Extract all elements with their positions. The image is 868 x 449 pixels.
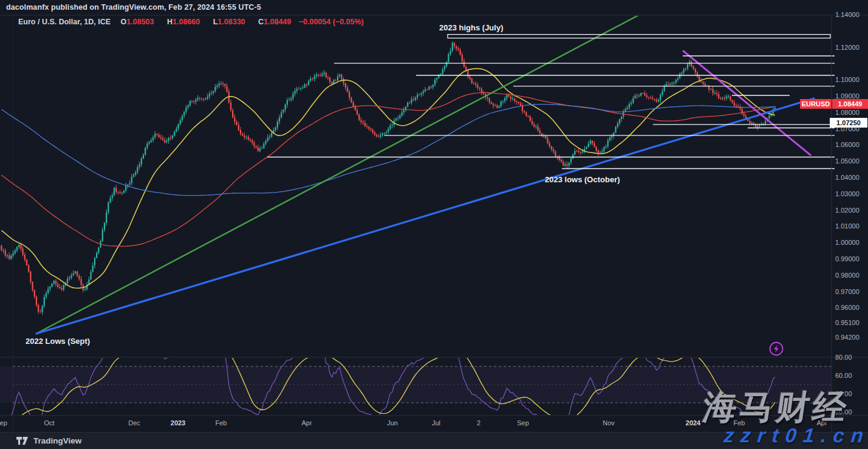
rsi-tick-label: 60.00 bbox=[835, 372, 852, 379]
ohlc-open: O1.08503 bbox=[115, 18, 160, 26]
last-price-badge: 1.08449 bbox=[832, 99, 868, 109]
uptrend-blue-major[interactable] bbox=[36, 98, 814, 334]
symbol-title[interactable]: Euro / U.S. Dollar, 1D, ICE bbox=[18, 18, 111, 26]
time-tick-label: Nov bbox=[603, 419, 615, 427]
ohlc-close: C1.08449 bbox=[253, 18, 296, 26]
watermark-url: zzrt01.cn bbox=[723, 424, 868, 447]
time-tick-label: 2023 bbox=[171, 419, 185, 427]
chart-canvas[interactable] bbox=[0, 0, 868, 449]
price-tick-label: 0.94200 bbox=[835, 334, 859, 341]
price-tick-label: 1.12000 bbox=[835, 44, 859, 51]
tradingview-snapshot: dacolmanfx published on TradingView.com,… bbox=[0, 0, 868, 449]
price-tick-label: 0.98000 bbox=[835, 272, 859, 279]
symbol-badge: EURUSD bbox=[800, 99, 832, 109]
ma-fast-yellow[interactable] bbox=[1, 69, 775, 288]
time-tick-label: Dec bbox=[128, 419, 140, 427]
time-tick-label: Sep bbox=[0, 419, 7, 427]
price-tick-label: 0.99000 bbox=[835, 255, 859, 262]
time-tick-label: Jun bbox=[387, 419, 398, 427]
price-tick-label: 1.04000 bbox=[835, 174, 859, 181]
watermark-cjk: 海马财经 bbox=[700, 385, 852, 430]
ohlc-low: L1.08330 bbox=[208, 18, 251, 26]
time-tick-label: 2024 bbox=[686, 419, 700, 427]
chart-legend: Euro / U.S. Dollar, 1D, ICE O1.08503 H1.… bbox=[18, 18, 369, 26]
price-pane[interactable] bbox=[1, 13, 814, 334]
flash-idea-icon[interactable] bbox=[768, 341, 784, 357]
price-tick-label: 0.97000 bbox=[835, 288, 859, 295]
annotation-2023-highs: 2023 highs (July) bbox=[439, 23, 503, 32]
level-price-badge: 1.07250 bbox=[830, 118, 867, 128]
annotation-2022-lows: 2022 Lows (Sept) bbox=[26, 337, 90, 346]
price-tick-label: 0.96000 bbox=[835, 304, 859, 311]
price-tick-label: 0.95100 bbox=[835, 319, 859, 326]
time-tick-label: 2 bbox=[477, 419, 480, 427]
price-tick-label: 1.14000 bbox=[835, 11, 859, 18]
annotation-2023-lows: 2023 lows (October) bbox=[545, 175, 620, 184]
price-tick-label: 1.01000 bbox=[835, 222, 859, 230]
candles-layer bbox=[1, 41, 776, 315]
price-tick-label: 1.03000 bbox=[835, 190, 859, 197]
publish-byline: dacolmanfx published on TradingView.com,… bbox=[6, 3, 261, 12]
price-tick-label: 1.10000 bbox=[835, 76, 859, 83]
price-tick-label: 1.06000 bbox=[835, 141, 859, 148]
change-value: −0.00054 (−0.05%) bbox=[299, 18, 364, 26]
time-tick-label: Jul bbox=[432, 419, 440, 427]
price-tick-label: 1.02000 bbox=[835, 207, 859, 214]
time-tick-label: Oct bbox=[44, 419, 54, 427]
time-tick-label: Apr bbox=[301, 419, 312, 427]
tradingview-logo-icon[interactable] bbox=[16, 436, 29, 445]
rsi-tick-label: 80.00 bbox=[835, 354, 852, 361]
ma-medium-red[interactable] bbox=[1, 92, 775, 246]
uptrend-green[interactable] bbox=[36, 13, 643, 334]
time-tick-label: Feb bbox=[216, 419, 227, 427]
tradingview-brand[interactable]: TradingView bbox=[33, 436, 81, 445]
ohlc-high: H1.08660 bbox=[162, 18, 205, 26]
resistance-zone[interactable] bbox=[448, 35, 830, 38]
price-tick-label: 1.08000 bbox=[835, 109, 859, 116]
time-tick-label: Sep bbox=[517, 419, 529, 427]
downtrend-purple[interactable] bbox=[683, 51, 810, 155]
price-tick-label: 1.00000 bbox=[835, 239, 859, 246]
price-tick-label: 1.05000 bbox=[835, 157, 859, 165]
